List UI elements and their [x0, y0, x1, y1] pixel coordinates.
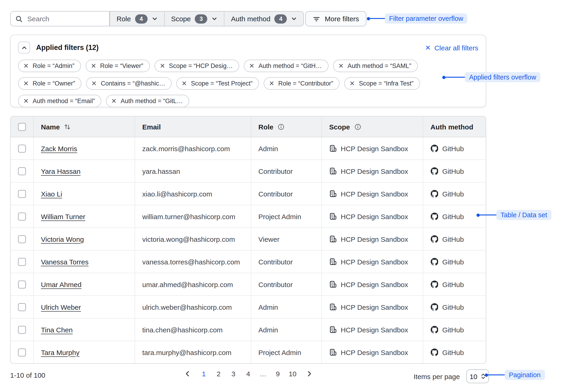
filter-count-badge: 4	[135, 14, 148, 23]
filter-bar: Role4Scope3Auth method4	[10, 11, 304, 26]
table-row: Tara Murphytara.murphy@hashicorp.comProj…	[11, 341, 486, 363]
org-icon	[329, 213, 337, 220]
applied-filter-chip: Auth method = “GitH…	[244, 60, 328, 72]
filter-count-badge: 4	[275, 14, 287, 23]
search-input[interactable]	[10, 11, 109, 26]
filter-chip-label: Role = “Contributor”	[278, 80, 333, 87]
select-all-checkbox[interactable]	[18, 123, 26, 131]
row-checkbox[interactable]	[18, 258, 26, 266]
user-auth-method: GitHub	[442, 145, 464, 152]
filter-lines-icon	[313, 15, 320, 23]
annotation-dot	[442, 75, 446, 79]
more-filters-label: More filters	[325, 15, 359, 23]
table-row: Umar Ahmedumar.ahmed@hashicorp.comContri…	[11, 273, 486, 296]
user-role: Admin	[258, 326, 278, 333]
remove-filter-icon[interactable]	[112, 99, 116, 104]
row-checkbox[interactable]	[18, 326, 26, 334]
user-auth-method: GitHub	[442, 303, 464, 311]
remove-filter-icon[interactable]	[350, 81, 355, 86]
user-name-link[interactable]: Ulrich Weber	[41, 303, 81, 311]
remove-filter-icon[interactable]	[92, 81, 97, 86]
github-icon	[430, 349, 438, 356]
user-scope: HCP Design Sandbox	[341, 145, 408, 152]
user-auth-method: GitHub	[442, 326, 464, 333]
user-role: Admin	[258, 303, 278, 311]
remove-filter-icon[interactable]	[24, 99, 28, 104]
user-name-link[interactable]: Tara Murphy	[41, 348, 79, 356]
user-name-link[interactable]: Vanessa Torres	[41, 258, 89, 266]
annotation-line	[370, 18, 385, 19]
column-header-role: Role	[251, 116, 321, 137]
org-icon	[329, 167, 337, 175]
column-header-name[interactable]: Name	[33, 116, 135, 137]
row-checkbox[interactable]	[18, 168, 26, 175]
row-checkbox[interactable]	[18, 304, 26, 311]
row-checkbox[interactable]	[18, 213, 26, 221]
user-role: Project Admin	[258, 212, 301, 220]
table-row: Xiao Lixiao.li@hashicorp.comContributorH…	[11, 182, 486, 205]
annotation-filter-overflow: Filter parameter overflow	[367, 13, 467, 24]
user-name-link[interactable]: Zack Morris	[41, 145, 77, 152]
filter-dropdown-auth-method[interactable]: Auth method4	[224, 12, 304, 26]
page-number-4[interactable]: 4	[241, 369, 256, 378]
info-icon[interactable]	[354, 123, 361, 130]
user-auth-method: GitHub	[442, 167, 464, 175]
sort-icon[interactable]	[64, 123, 71, 130]
user-name-link[interactable]: Umar Ahmed	[41, 280, 81, 288]
row-checkbox[interactable]	[18, 281, 26, 289]
user-name-link[interactable]: William Turner	[41, 212, 85, 220]
more-filters-button[interactable]: More filters	[305, 11, 366, 26]
table-row: Vanessa Torresvanessa.torres@hashicorp.c…	[11, 250, 486, 273]
clear-all-filters-link[interactable]: Clear all filters	[425, 44, 478, 51]
chevron-down-icon	[212, 16, 218, 22]
user-scope: HCP Design Sandbox	[341, 235, 408, 243]
row-checkbox[interactable]	[18, 145, 26, 153]
user-auth-method: GitHub	[442, 190, 464, 198]
pagination-ellipsis: …	[256, 369, 270, 378]
remove-filter-icon[interactable]	[160, 63, 165, 68]
applied-filter-chip: Role = “Contributor”	[264, 77, 340, 90]
user-scope: HCP Design Sandbox	[341, 190, 408, 198]
remove-filter-icon[interactable]	[269, 81, 274, 86]
user-email: umar.ahmed@hashicorp.com	[142, 280, 233, 288]
user-name-link[interactable]: Victoria Wong	[41, 235, 84, 243]
page-number-1[interactable]: 1	[196, 369, 211, 378]
applied-filter-chip: Scope = “HCP Desig…	[154, 60, 239, 72]
github-icon	[430, 145, 438, 152]
github-icon	[430, 326, 438, 333]
info-icon[interactable]	[278, 123, 284, 130]
close-icon	[425, 45, 431, 50]
remove-filter-icon[interactable]	[338, 63, 343, 68]
filter-dropdown-role[interactable]: Role4	[110, 12, 164, 26]
annotation-label: Filter parameter overflow	[385, 13, 467, 24]
filter-dropdown-scope[interactable]: Scope3	[164, 12, 224, 26]
user-scope: HCP Design Sandbox	[341, 258, 408, 266]
github-icon	[430, 281, 438, 288]
org-icon	[329, 190, 337, 197]
row-checkbox[interactable]	[18, 235, 26, 243]
remove-filter-icon[interactable]	[24, 81, 28, 86]
user-name-link[interactable]: Xiao Li	[41, 190, 62, 198]
page-number-9[interactable]: 9	[270, 369, 285, 378]
user-email: yara.hassan	[142, 167, 180, 175]
user-name-link[interactable]: Tina Chen	[41, 326, 73, 333]
search-field[interactable]	[26, 14, 104, 23]
github-icon	[430, 258, 438, 266]
previous-page-button[interactable]	[178, 369, 196, 378]
user-email: victoria.wong@hashicorp.com	[142, 235, 235, 243]
remove-filter-icon[interactable]	[182, 81, 187, 86]
remove-filter-icon[interactable]	[91, 63, 96, 68]
user-name-link[interactable]: Yara Hassan	[41, 167, 80, 175]
remove-filter-icon[interactable]	[250, 63, 255, 68]
collapse-panel-button[interactable]	[18, 42, 30, 54]
page-number-2[interactable]: 2	[211, 369, 226, 378]
user-role: Contributor	[258, 280, 293, 288]
row-checkbox[interactable]	[18, 349, 26, 357]
remove-filter-icon[interactable]	[24, 63, 28, 68]
filter-count-badge: 3	[195, 14, 207, 23]
row-checkbox[interactable]	[18, 190, 26, 198]
page-number-10[interactable]: 10	[285, 369, 300, 378]
page-number-3[interactable]: 3	[226, 369, 241, 378]
next-page-button[interactable]	[300, 369, 318, 378]
filter-chip-label: Role = “Viewer”	[100, 62, 143, 69]
